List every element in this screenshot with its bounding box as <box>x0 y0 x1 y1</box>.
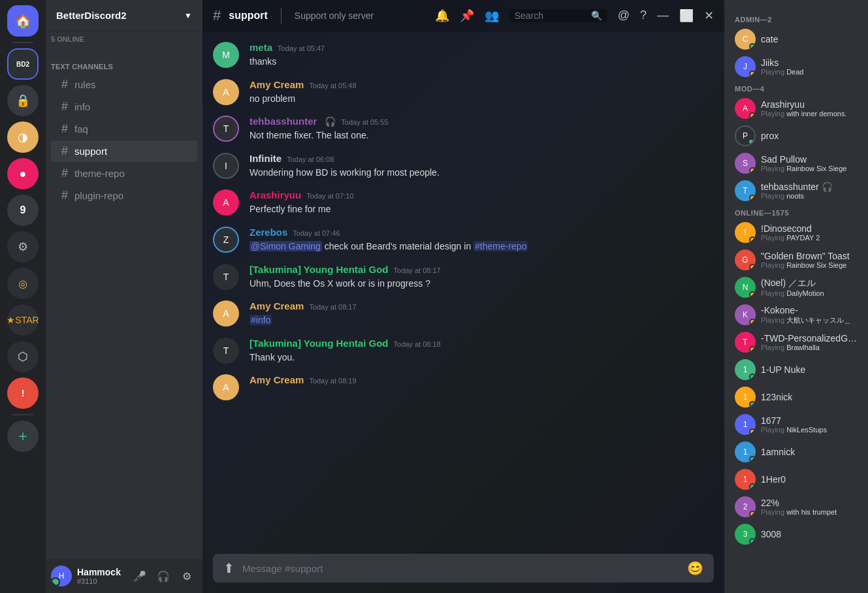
server-icon-8[interactable]: ! <box>7 377 39 409</box>
member-item[interactable]: ! !Dinosecond Playing PAYDAY 2 <box>730 219 863 246</box>
message-timestamp: Today at 08:18 <box>394 340 441 348</box>
message-content: Infinite Today at 06:08 Wondering how BD… <box>249 153 714 180</box>
user-mention[interactable]: @Simon Gaming <box>249 241 322 251</box>
server-icon-star[interactable]: ★STAR <box>7 304 39 336</box>
status-indicator <box>749 112 756 119</box>
member-item[interactable]: 1 1amnick <box>730 439 863 465</box>
upload-button[interactable]: ⬆ <box>223 560 234 576</box>
status-indicator <box>749 236 756 243</box>
member-item[interactable]: 2 22% Playing with his trumpet <box>730 494 863 520</box>
minimize-icon[interactable]: — <box>657 8 669 22</box>
message-text: #info <box>249 314 714 327</box>
pin-icon[interactable]: 📌 <box>460 8 474 23</box>
member-avatar: 1 <box>735 441 756 462</box>
member-item[interactable]: 3 3008 <box>730 521 863 547</box>
search-icon: 🔍 <box>591 10 602 21</box>
notification-bell-icon[interactable]: 🔔 <box>435 8 449 23</box>
member-name: tehbasshunter 🎧 <box>761 182 858 192</box>
server-icon-6[interactable]: ◎ <box>7 268 39 299</box>
message-text: @Simon Gaming check out Beard's material… <box>249 240 714 253</box>
member-status: Playing PAYDAY 2 <box>761 234 858 242</box>
member-item[interactable]: G "Golden Brown" Toast Playing Rainbow S… <box>730 247 863 273</box>
message-timestamp: Today at 05:48 <box>309 82 356 89</box>
close-icon[interactable]: ✕ <box>704 8 714 23</box>
member-info: 22% Playing with his trumpet <box>761 498 858 516</box>
member-item[interactable]: S Sad Pullow Playing Rainbow Six Siege <box>730 150 863 176</box>
avatar-initial: 1 <box>743 365 748 374</box>
member-item[interactable]: P prox <box>730 123 863 149</box>
server-icon-bd2[interactable]: BD2 <box>7 48 39 80</box>
member-item[interactable]: T tehbasshunter 🎧 Playing noots <box>730 178 863 204</box>
mute-button[interactable]: 🎤 <box>129 566 150 586</box>
server-icon-1[interactable]: 🔒 <box>7 85 39 116</box>
help-icon[interactable]: ? <box>640 8 647 22</box>
server-icon-2[interactable]: ◑ <box>7 121 39 153</box>
member-item[interactable]: 1 1Her0 <box>730 466 863 492</box>
channel-mention[interactable]: #theme-repo <box>474 241 528 251</box>
add-server-button[interactable]: + <box>7 421 39 452</box>
server-icon-5[interactable]: ⚙ <box>7 231 39 263</box>
member-name: 1amnick <box>761 447 858 457</box>
member-name: Arashiryuu <box>761 99 858 110</box>
member-item[interactable]: N (Noel) ／エル Playing DailyMotion <box>730 274 863 300</box>
channel-sidebar: BetterDiscord2 ▼ 5 ONLINE TEXT CHANNELS … <box>46 0 202 593</box>
message-search-box[interactable]: 🔍 <box>509 9 607 22</box>
emoji-button[interactable]: 😊 <box>687 560 703 576</box>
member-item[interactable]: 1 1-UP Nuke <box>730 357 863 383</box>
member-item[interactable]: 1 123nick <box>730 384 863 410</box>
member-info: 3008 <box>761 529 858 539</box>
channel-mention-info[interactable]: #info <box>249 315 272 325</box>
member-status: Playing DailyMotion <box>761 289 858 297</box>
channel-item-rules[interactable]: # rules <box>51 74 197 95</box>
hash-icon-info: # <box>61 100 68 114</box>
avatar: Z <box>213 227 239 253</box>
maximize-icon[interactable]: ⬜ <box>679 8 694 23</box>
at-icon[interactable]: @ <box>618 8 630 22</box>
server-icon-3[interactable]: ● <box>7 158 39 189</box>
search-input[interactable] <box>515 10 587 21</box>
avatar: A <box>213 79 239 105</box>
message-content: Amy Cream Today at 08:19 <box>249 374 714 400</box>
avatar: M <box>213 42 239 68</box>
member-avatar: 2 <box>735 496 756 517</box>
member-info: (Noel) ／エル Playing DailyMotion <box>761 278 858 297</box>
server-header[interactable]: BetterDiscord2 ▼ <box>46 0 202 31</box>
online-count: 5 ONLINE <box>46 31 202 47</box>
member-item[interactable]: J Jiiks Playing Dead <box>730 54 863 80</box>
member-item[interactable]: T -TWD-PersonalizedGamer Playing Brawlha… <box>730 329 863 355</box>
deafen-button[interactable]: 🎧 <box>153 566 174 586</box>
avatar: A <box>213 189 239 216</box>
message-header: Infinite Today at 06:08 <box>249 153 714 164</box>
channel-category-text[interactable]: TEXT CHANNELS <box>46 52 202 73</box>
members-toggle-icon[interactable]: 👥 <box>485 8 499 23</box>
member-item[interactable]: K -Kokone- Playing 大航いキャッスル＿ <box>730 302 863 328</box>
message-header: [Takumina] Young Hentai God Today at 08:… <box>249 264 714 275</box>
status-indicator <box>749 511 756 517</box>
channel-item-info[interactable]: # info <box>51 96 197 118</box>
channel-item-support[interactable]: # support <box>51 140 197 162</box>
status-indicator <box>749 428 756 435</box>
status-indicator <box>749 456 756 462</box>
user-panel: H Hammock #3110 🎤 🎧 ⚙ <box>46 559 202 593</box>
member-avatar: 1 <box>735 387 756 408</box>
message-username: Amy Cream <box>249 79 304 90</box>
avatar-initial: T <box>743 186 747 195</box>
member-item[interactable]: C cate <box>730 26 863 52</box>
server-divider <box>12 42 33 43</box>
channel-item-theme-repo[interactable]: # theme-repo <box>51 163 197 184</box>
member-info: Arashiryuu Playing with inner demons. <box>761 99 858 118</box>
member-item[interactable]: A Arashiryuu Playing with inner demons. <box>730 95 863 121</box>
server-icon-4[interactable]: 9 <box>7 195 39 226</box>
message-timestamp: Today at 07:46 <box>293 229 340 237</box>
settings-button[interactable]: ⚙ <box>176 566 197 586</box>
message-text: Perfectly fine for me <box>249 203 714 216</box>
message-text-input[interactable] <box>242 554 679 583</box>
message-header: [Takumina] Young Hentai God Today at 08:… <box>249 338 714 349</box>
server-icon-home[interactable]: 🏠 <box>7 5 39 37</box>
hash-icon-faq: # <box>61 122 68 136</box>
server-icon-7[interactable]: ⬡ <box>7 341 39 372</box>
member-item[interactable]: 1 1677 Playing NikLesStups <box>730 411 863 438</box>
channel-item-plugin-repo[interactable]: # plugin-repo <box>51 185 197 206</box>
channel-item-faq[interactable]: # faq <box>51 118 197 140</box>
status-indicator <box>749 374 756 380</box>
